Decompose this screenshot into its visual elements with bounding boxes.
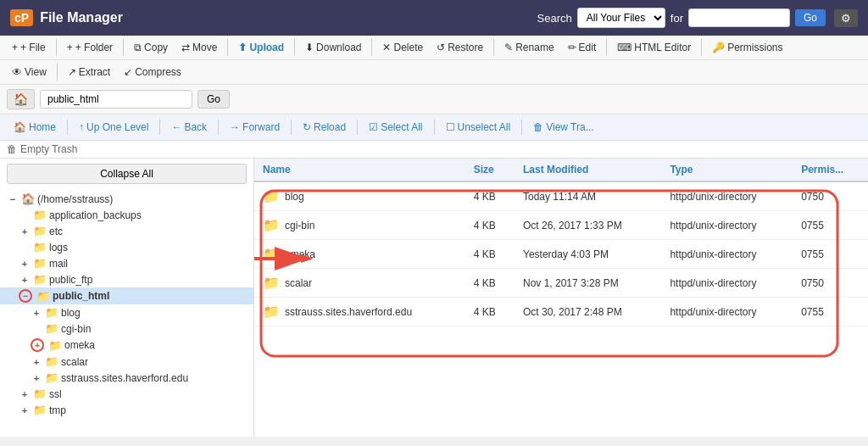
new-file-button[interactable]: + + File: [7, 39, 51, 56]
trash-icon: 🗑: [7, 143, 17, 155]
delete-button[interactable]: ✕ Delete: [377, 39, 428, 56]
tree-label-pftp: public_ftp: [49, 274, 92, 286]
collapse-all-button[interactable]: Collapse All: [7, 164, 247, 184]
col-header-perms[interactable]: Permis...: [793, 159, 868, 181]
tree-item-ssl[interactable]: + 📁 ssl: [0, 386, 253, 402]
nav-up-button[interactable]: ↑ Up One Level: [72, 119, 155, 136]
cp-logo: cP: [10, 9, 33, 26]
move-button[interactable]: ⇄ Move: [176, 39, 222, 56]
edit-icon: ✏: [568, 42, 576, 53]
search-input[interactable]: [688, 8, 790, 27]
col-header-size[interactable]: Size: [465, 159, 515, 181]
nav-sep5: [357, 120, 358, 135]
tree-item-blog[interactable]: + 📁 blog: [0, 304, 253, 321]
permissions-button[interactable]: 🔑 Permissions: [707, 39, 787, 56]
nav-home-button[interactable]: 🏠 Home: [7, 119, 63, 136]
tree-label-ssl: ssl: [49, 388, 62, 400]
tree-label-root: (/home/sstrauss): [37, 193, 113, 205]
nav-select-all-button[interactable]: ☑ Select All: [362, 119, 429, 136]
nav-view-trash-button[interactable]: 🗑 View Tra...: [526, 119, 600, 136]
settings-icon-button[interactable]: ⚙: [834, 9, 858, 27]
file-modified-cell: Oct 30, 2017 2:48 PM: [515, 298, 661, 326]
tree-folder-icon-scalar: 📁: [45, 355, 58, 368]
tree-folder-icon-appbk: 📁: [33, 209, 47, 221]
search-go-button[interactable]: Go: [795, 9, 826, 26]
nav-reload-label: Reload: [314, 121, 346, 133]
tree-label-omeka: omeka: [64, 339, 95, 351]
nav-back-button[interactable]: ← Back: [164, 119, 214, 136]
rename-button[interactable]: ✎ Rename: [499, 39, 559, 56]
search-area: Search All Your Files File Name File Con…: [537, 8, 858, 28]
table-row[interactable]: 📁 blog 4 KB Today 11:14 AM httpd/unix-di…: [254, 181, 868, 211]
tree-label-sstrauss: sstrauss.sites.haverford.edu: [61, 372, 188, 384]
toolbar2: 👁 View ↗ Extract ↙ Compress: [0, 60, 868, 85]
copy-button[interactable]: ⧉ Copy: [129, 39, 173, 56]
tree-item-cgibin[interactable]: 📁 cgi-bin: [0, 321, 253, 337]
tree-item-public-html[interactable]: − 📁 public_html: [0, 287, 253, 304]
tree-folder-icon-blog: 📁: [45, 306, 58, 319]
col-header-name[interactable]: Name: [254, 159, 465, 181]
table-row[interactable]: 📁 omeka 4 KB Yesterday 4:03 PM httpd/uni…: [254, 240, 868, 269]
nav-bar: 🏠 Home ↑ Up One Level ← Back → Forward ↻…: [0, 114, 868, 141]
tree-folder-icon-pubhtml: 📁: [36, 290, 50, 303]
path-go-button[interactable]: Go: [198, 90, 230, 109]
tree-item-mail[interactable]: + 📁 mail: [0, 255, 253, 271]
col-header-modified[interactable]: Last Modified: [515, 159, 661, 181]
nav-select-all-icon: ☑: [369, 121, 378, 133]
file-name-cell: 📁 sstrauss.sites.haverford.edu: [254, 298, 465, 326]
compress-button[interactable]: ↙ Compress: [119, 64, 186, 81]
file-modified-cell: Yesterday 4:03 PM: [515, 240, 661, 269]
path-bar: 🏠 Go: [0, 85, 868, 114]
nav-home-icon: 🏠: [14, 121, 26, 133]
toolbar2-sep1: [57, 64, 58, 81]
tree-label-pubhtml: public_html: [53, 290, 109, 302]
file-name-label: scalar: [285, 277, 312, 289]
search-scope-select[interactable]: All Your Files File Name File Content: [577, 8, 665, 28]
new-file-label: + File: [20, 42, 46, 53]
view-button[interactable]: 👁 View: [7, 64, 52, 81]
download-button[interactable]: ⬇ Download: [300, 39, 366, 56]
nav-reload-button[interactable]: ↻ Reload: [296, 119, 353, 136]
tree-item-logs[interactable]: 📁 logs: [0, 239, 253, 255]
tree-label-etc: etc: [49, 226, 63, 237]
upload-button[interactable]: ⬆ Upload: [233, 39, 289, 56]
tree-item-scalar[interactable]: + 📁 scalar: [0, 354, 253, 370]
tree-folder-icon-root: 🏠: [21, 192, 35, 205]
extract-button[interactable]: ↗ Extract: [63, 64, 115, 81]
restore-button[interactable]: ↺ Restore: [431, 39, 488, 56]
nav-select-all-label: Select All: [381, 121, 422, 133]
tree-label-tmp: tmp: [49, 404, 66, 416]
tree-item-root[interactable]: − 🏠 (/home/sstrauss): [0, 191, 253, 207]
edit-button[interactable]: ✏ Edit: [563, 39, 602, 56]
table-row[interactable]: 📁 sstrauss.sites.haverford.edu 4 KB Oct …: [254, 298, 868, 326]
table-row[interactable]: 📁 cgi-bin 4 KB Oct 26, 2017 1:33 PM http…: [254, 211, 868, 240]
tree-item-application-backups[interactable]: 📁 application_backups: [0, 207, 253, 223]
col-header-type[interactable]: Type: [661, 159, 793, 181]
nav-forward-button[interactable]: → Forward: [223, 119, 287, 136]
permissions-icon: 🔑: [712, 42, 725, 53]
file-name-cell: 📁 omeka: [254, 240, 465, 269]
home-path-button[interactable]: 🏠: [7, 89, 35, 109]
toolbar1: + + File + + Folder ⧉ Copy ⇄ Move ⬆ Uplo…: [0, 36, 868, 60]
folder-icon: 📁: [263, 217, 280, 233]
html-editor-button[interactable]: ⌨ HTML Editor: [612, 39, 696, 56]
tree-item-omeka[interactable]: + 📁 omeka: [0, 337, 253, 354]
file-type-cell: httpd/unix-directory: [661, 240, 793, 269]
path-input[interactable]: [40, 90, 192, 109]
restore-label: Restore: [448, 42, 483, 53]
tree-item-tmp[interactable]: + 📁 tmp: [0, 402, 253, 418]
new-file-icon: +: [12, 42, 18, 53]
table-row[interactable]: 📁 scalar 4 KB Nov 1, 2017 3:28 PM httpd/…: [254, 269, 868, 298]
new-folder-button[interactable]: + + Folder: [62, 39, 118, 56]
tree-circle-indicator: −: [19, 289, 32, 303]
tree-item-etc[interactable]: + 📁 etc: [0, 223, 253, 239]
file-modified-cell: Oct 26, 2017 1:33 PM: [515, 211, 661, 240]
tree-item-sstrauss-sites[interactable]: + 📁 sstrauss.sites.haverford.edu: [0, 370, 253, 386]
nav-unselect-all-button[interactable]: ☐ Unselect All: [439, 119, 518, 136]
file-type-cell: httpd/unix-directory: [661, 269, 793, 298]
nav-view-trash-label: View Tra...: [546, 121, 593, 133]
tree-toggle-pftp: +: [19, 275, 31, 285]
tree-item-public-ftp[interactable]: + 📁 public_ftp: [0, 271, 253, 287]
tree-toggle-mail: +: [19, 259, 31, 269]
nav-up-icon: ↑: [79, 121, 84, 133]
